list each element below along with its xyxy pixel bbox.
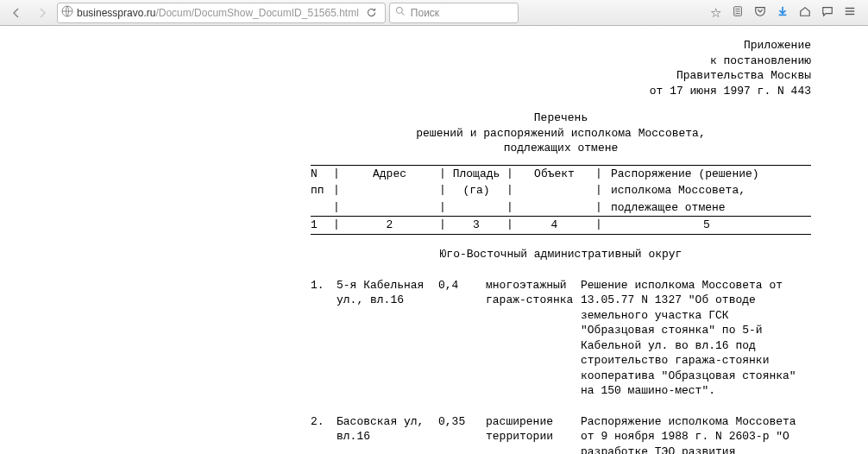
- table-row: 2. Басовская ул, вл.16 0,35 расширение т…: [311, 414, 811, 454]
- cell-n: 1.: [311, 278, 337, 399]
- cell-order: Распоряжение исполкома Моссовета от 9 но…: [581, 414, 811, 454]
- star-icon[interactable]: ☆: [710, 5, 721, 21]
- search-box[interactable]: Поиск: [389, 3, 519, 23]
- page: Приложение к постановлению Правительства…: [0, 26, 868, 454]
- cell-object: многоэтажный гараж-стоянка: [486, 278, 581, 399]
- cell-address: Басовская ул, вл.16: [337, 414, 438, 454]
- cell-object: расширение территории: [486, 414, 581, 454]
- toolbar-icons: ☆: [703, 5, 863, 21]
- table-row: 1. 5-я Кабельная ул., вл.16 0,4 многоэта…: [311, 278, 811, 399]
- col-npp: N: [311, 166, 333, 183]
- reload-button[interactable]: [362, 3, 381, 22]
- appendix-block: Приложение к постановлению Правительства…: [311, 38, 811, 98]
- cell-n: 2.: [311, 414, 337, 454]
- clipboard-icon[interactable]: [732, 5, 744, 20]
- col-order: Распоряжение (решение): [602, 166, 811, 183]
- search-placeholder: Поиск: [411, 7, 439, 19]
- table-colnums: 1 | 2 | 3 | 4 | 5: [311, 217, 811, 235]
- search-icon: [395, 6, 406, 19]
- cell-address: 5-я Кабельная ул., вл.16: [337, 278, 438, 399]
- appendix-line: от 17 июня 1997 г. N 443: [311, 84, 811, 99]
- download-icon[interactable]: [777, 5, 789, 20]
- globe-icon: [61, 5, 73, 20]
- chat-icon[interactable]: [821, 5, 833, 20]
- cell-area: 0,4: [438, 278, 486, 399]
- appendix-line: Приложение: [311, 38, 811, 54]
- url-bar[interactable]: businesspravo.ru/Docum/DocumShow_DocumID…: [57, 3, 386, 23]
- table-header: N | Адрес | Площадь | Объект | Распоряже…: [311, 165, 811, 218]
- title-block: Перечень решений и распоряжений исполком…: [311, 110, 811, 156]
- content-viewport[interactable]: Приложение к постановлению Правительства…: [0, 26, 868, 454]
- browser-toolbar: businesspravo.ru/Docum/DocumShow_DocumID…: [0, 0, 868, 26]
- title-line: подлежащих отмене: [311, 141, 811, 156]
- back-button[interactable]: [5, 3, 28, 23]
- svg-line-2: [401, 13, 404, 16]
- svg-point-1: [396, 8, 402, 14]
- data-table: 1. 5-я Кабельная ул., вл.16 0,4 многоэта…: [311, 278, 811, 454]
- document: Приложение к постановлению Правительства…: [311, 38, 811, 454]
- appendix-line: Правительства Москвы: [311, 68, 811, 84]
- title-line: Перечень: [311, 110, 811, 126]
- pocket-icon[interactable]: [754, 5, 766, 20]
- col-address: Адрес: [340, 166, 439, 183]
- appendix-line: к постановлению: [311, 54, 811, 69]
- title-line: решений и распоряжений исполкома Моссове…: [311, 126, 811, 142]
- cell-order: Решение исполкома Моссовета от 13.05.77 …: [581, 278, 811, 399]
- url-text: businesspravo.ru/Docum/DocumShow_DocumID…: [77, 7, 359, 19]
- section-heading: Юго-Восточный административный округ: [311, 247, 811, 262]
- forward-button[interactable]: [31, 3, 53, 23]
- col-object: Объект: [513, 166, 595, 183]
- cell-area: 0,35: [438, 414, 486, 454]
- col-area: Площадь: [446, 166, 506, 183]
- home-icon[interactable]: [799, 5, 811, 20]
- menu-icon[interactable]: [844, 5, 856, 20]
